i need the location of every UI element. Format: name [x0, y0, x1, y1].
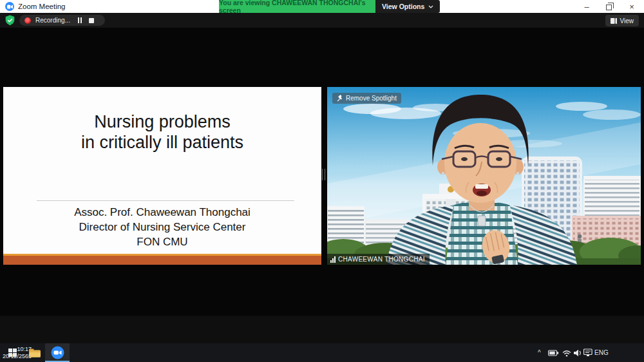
meeting-info-bar: Recording... View	[0, 13, 644, 28]
windows-logo-icon	[8, 348, 17, 357]
panel-resize-handle[interactable]	[322, 169, 325, 180]
chevron-down-icon	[428, 5, 433, 8]
zoom-app-taskbar-button[interactable]	[45, 343, 70, 362]
recording-label: Recording...	[35, 17, 70, 24]
window-title: Zoom Meeting	[18, 0, 66, 13]
view-layout-button[interactable]: View	[605, 15, 639, 26]
audio-level-icon	[330, 256, 336, 263]
view-options-button[interactable]: View Options	[375, 0, 440, 13]
recording-dot-icon	[24, 17, 31, 24]
slide-author-line3: FON CMU	[3, 234, 321, 249]
file-explorer-button[interactable]	[24, 343, 45, 362]
battery-icon[interactable]	[548, 343, 559, 362]
close-icon: ×	[629, 2, 634, 12]
speaker-icon[interactable]	[573, 343, 582, 362]
restore-icon	[606, 5, 612, 10]
slide-divider-line	[37, 200, 294, 201]
notification-icon[interactable]	[583, 343, 592, 362]
view-options-label: View Options	[382, 3, 424, 10]
window-titlebar: Zoom Meeting You are viewing CHAWEEWAN T…	[0, 0, 644, 13]
meeting-info-shield-icon[interactable]	[5, 15, 15, 26]
slide-title: Nursing problems in critically ill patie…	[3, 111, 321, 153]
meeting-toolbar: Unmute ^ Start Video ^ Security 151 Part…	[0, 316, 644, 343]
shared-screen-slide: Nursing problems in critically ill patie…	[3, 87, 321, 265]
view-button-label: View	[620, 17, 634, 24]
zoom-app-icon	[51, 346, 64, 359]
speaker-video-tile: Remove Spotlight CHAWEEWAN THONGCHAI	[327, 87, 641, 265]
stop-recording-icon[interactable]	[89, 18, 94, 23]
slide-author-line2: Director of Nursing Service Center	[3, 220, 321, 234]
restore-button[interactable]	[598, 0, 620, 13]
slide-author-block: Assoc. Prof. Chaweewan Thongchai Directo…	[3, 205, 321, 249]
view-layout-icon	[611, 18, 617, 24]
participant-name: CHAWEEWAN THONGCHAI	[338, 256, 425, 263]
slide-accent-bar	[3, 254, 321, 265]
close-button[interactable]: ×	[620, 0, 644, 13]
windows-taskbar: ^ ENG 10:17 20/12/2565	[0, 343, 644, 362]
zoom-logo-icon	[5, 2, 14, 11]
language-indicator[interactable]: ENG	[594, 343, 609, 362]
remove-spotlight-label: Remove Spotlight	[346, 95, 397, 102]
start-button[interactable]	[0, 343, 24, 362]
network-icon[interactable]	[562, 343, 571, 362]
slide-author-line1: Assoc. Prof. Chaweewan Thongchai	[3, 205, 321, 220]
pause-recording-icon[interactable]	[78, 17, 82, 23]
screen-share-banner: You are viewing CHAWEEWAN THONGCHAI's sc…	[219, 0, 375, 13]
minimize-icon: –	[584, 2, 589, 12]
pin-icon	[337, 95, 343, 102]
slide-title-line1: Nursing problems	[3, 111, 321, 132]
slide-title-line2: in critically ill patients	[3, 132, 321, 153]
recording-indicator: Recording...	[19, 15, 105, 26]
folder-icon	[29, 348, 41, 357]
minimize-button[interactable]: –	[576, 0, 598, 13]
participant-name-tag: CHAWEEWAN THONGCHAI	[327, 254, 430, 265]
speaker-video-frame	[327, 87, 641, 265]
remove-spotlight-button[interactable]: Remove Spotlight	[332, 93, 401, 104]
tray-expand-chevron[interactable]: ^	[538, 343, 541, 362]
screen: { "titlebar": { "app_title": "Zoom Meeti…	[0, 0, 644, 362]
